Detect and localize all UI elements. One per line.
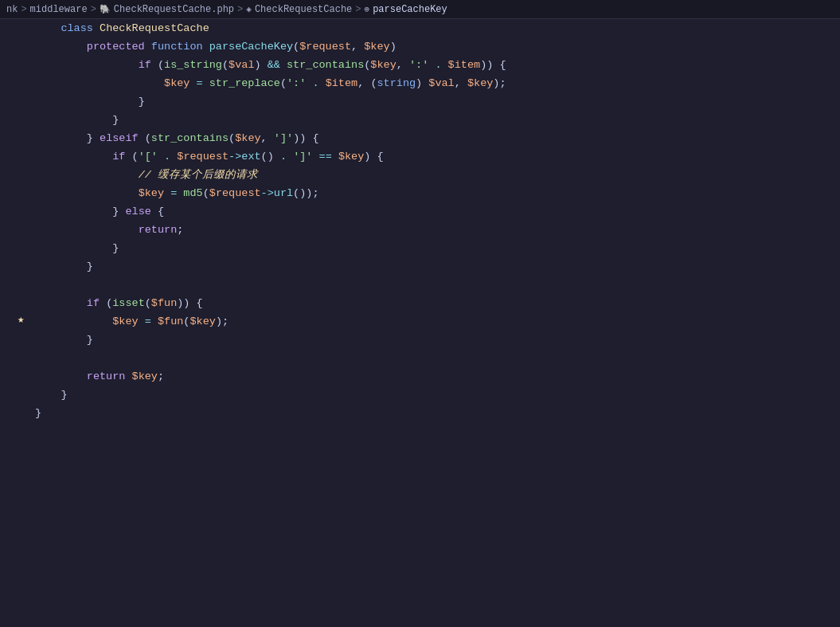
line-number	[0, 184, 32, 185]
line-number	[0, 221, 32, 221]
code-line-empty2	[0, 349, 840, 367]
code-line-close2: }	[0, 111, 840, 129]
code-line-return-empty: return;	[0, 221, 840, 239]
code-line-close6: }	[0, 386, 840, 404]
code-line-elseif: } elseif (str_contains($key, ']')) {	[0, 129, 840, 147]
breadcrumb-method-icon: ⊕	[365, 4, 370, 14]
line-number	[0, 129, 32, 130]
line-number	[0, 276, 32, 276]
code-area: class CheckRequestCache protected functi…	[0, 19, 840, 606]
code-line-isset: if (isset($fun)) {	[0, 294, 840, 312]
code-line-if-isstring: if (is_string($val) && str_contains($key…	[0, 56, 840, 74]
breadcrumb-class-icon: ◈	[246, 4, 252, 14]
code-line-empty1	[0, 276, 840, 294]
code-line-md5: $key = md5($request->url());	[0, 184, 840, 202]
code-line-close3: }	[0, 239, 840, 257]
breadcrumb-nk[interactable]: nk	[6, 4, 18, 15]
code-line-return-key: return $key;	[0, 367, 840, 386]
gutter-bookmark-icon: ★	[18, 312, 24, 326]
line-number	[0, 147, 32, 148]
code-line-close4: }	[0, 257, 840, 276]
line-number	[0, 349, 32, 350]
line-number	[0, 257, 32, 258]
code-line-fun: ★ $key = $fun($key);	[0, 312, 840, 331]
breadcrumb-method[interactable]: parseCacheKey	[373, 4, 447, 15]
line-number	[0, 92, 32, 93]
code-line-close5: }	[0, 331, 840, 349]
breadcrumb-file[interactable]: CheckRequestCache.php	[114, 4, 234, 15]
line-number	[0, 56, 32, 57]
line-number	[0, 331, 32, 331]
line-number	[0, 166, 32, 167]
code-line-close1: }	[0, 92, 840, 111]
line-number	[0, 294, 32, 295]
code-line-close7: }	[0, 404, 840, 422]
line-number	[0, 111, 32, 112]
sep1: >	[21, 4, 26, 15]
breadcrumb-middleware[interactable]: middleware	[30, 4, 88, 15]
code-line-else: } else {	[0, 202, 840, 221]
breadcrumb-bar: nk > middleware > 🐘 CheckRequestCache.ph…	[0, 0, 840, 19]
code-line-comment: // 缓存某个后缀的请求	[0, 166, 840, 184]
breadcrumb-class[interactable]: CheckRequestCache	[255, 4, 352, 15]
class-header-line: class CheckRequestCache	[0, 19, 840, 37]
function-signature-line: protected function parseCacheKey($reques…	[0, 37, 840, 56]
line-number	[0, 202, 32, 203]
code-line-str-replace: $key = str_replace(':' . $item, (string)…	[0, 74, 840, 92]
line-number	[0, 37, 32, 38]
class-declaration: class CheckRequestCache	[32, 19, 840, 37]
sep4: >	[355, 4, 361, 15]
line-number	[0, 74, 32, 75]
breadcrumb-file-icon: 🐘	[100, 4, 111, 14]
line-number	[0, 239, 32, 240]
sep3: >	[237, 4, 243, 15]
function-signature: protected function parseCacheKey($reques…	[32, 37, 840, 56]
line-number	[0, 404, 32, 405]
code-line-if-ext: if ('[' . $request->ext() . ']' == $key)…	[0, 147, 840, 166]
line-number	[0, 312, 32, 313]
line-number	[0, 367, 32, 368]
sep2: >	[91, 4, 96, 15]
line-number	[0, 19, 32, 20]
line-number	[0, 386, 32, 386]
